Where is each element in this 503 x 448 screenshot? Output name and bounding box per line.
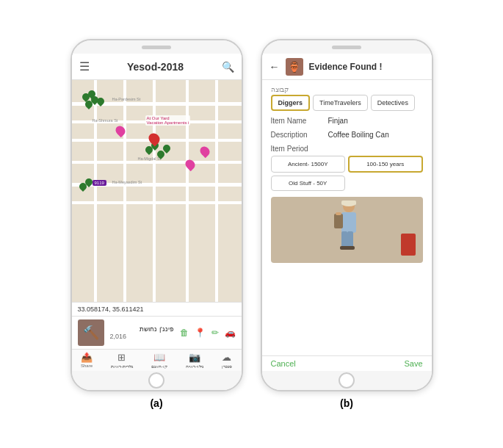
- map-badge: 9119: [93, 180, 106, 186]
- period-ancient[interactable]: Ancient- 1500Y: [271, 156, 346, 173]
- phone-top-bar-b: [262, 40, 432, 54]
- tab-group: Diggers TimeTravelers Detectives: [271, 95, 423, 111]
- evidence-title: Evidence Found !: [309, 62, 383, 72]
- group-label: קבוצה: [271, 86, 423, 93]
- tab-timetravelers[interactable]: TimeTravelers: [313, 95, 368, 111]
- nav-gallery-label: גלריית-ראיות: [111, 364, 133, 369]
- phone-speaker-a: [142, 46, 171, 49]
- tab-diggers[interactable]: Diggers: [271, 95, 311, 111]
- period-section: Item Period Ancient- 1500Y 100-150 years…: [271, 145, 423, 191]
- svg-rect-9: [346, 246, 355, 250]
- sync-icon: ☁: [222, 352, 231, 363]
- tab-detectives[interactable]: Detectives: [371, 95, 415, 111]
- road: [215, 80, 218, 302]
- nav-camera[interactable]: 📷 גילוי-ראייה: [186, 352, 203, 369]
- item-name-row: Item Name Finjan: [271, 117, 423, 125]
- item-name-value: Finjan: [328, 117, 348, 125]
- svg-rect-6: [347, 231, 353, 248]
- nav-camera-label: גילוי-ראייה: [186, 364, 203, 369]
- item-name-hebrew: פינג'ן נחושת: [110, 325, 174, 333]
- timeline-icon: 📖: [153, 352, 165, 363]
- location-icon[interactable]: 📍: [195, 328, 206, 338]
- item-thumbnail: 🔨: [78, 319, 104, 346]
- road: [123, 80, 126, 302]
- location-bar: 33.058174, 35.611421: [72, 302, 242, 316]
- app-header: ☰ Yesod-2018 🔍: [72, 54, 242, 80]
- figure-b-label: (b): [340, 397, 353, 409]
- share-icon: 📤: [81, 352, 93, 363]
- item-actions: 🗑 📍 ✏ 🚗: [180, 328, 236, 338]
- road: [153, 80, 156, 302]
- map-label: At Our YardVacation Apartments i: [145, 115, 191, 126]
- camera-icon: 📷: [189, 352, 200, 363]
- home-button-b[interactable]: [339, 372, 355, 389]
- item-info: פינג'ן נחושת 2,016: [110, 325, 174, 340]
- item-year: 2,016: [110, 333, 174, 340]
- figure-a-label: (a): [150, 397, 162, 409]
- evidence-content: קבוצה Diggers TimeTravelers Detectives I…: [262, 80, 432, 355]
- phone-bottom-bar-a: [72, 371, 242, 390]
- map-label: Ha-Meyasdim St: [112, 180, 142, 184]
- bottom-nav: 📤 Share ⊞ גלריית-ראיות 📖 קו-האגם 📷 גילוי…: [72, 349, 242, 371]
- nav-timeline[interactable]: 📖 קו-האגם: [151, 352, 167, 369]
- description-label: Description: [271, 131, 322, 139]
- gallery-icon: ⊞: [117, 352, 126, 363]
- figure-a: ☰ Yesod-2018 🔍: [70, 39, 243, 409]
- nav-timeline-label: קו-האגם: [151, 364, 167, 369]
- nav-sync[interactable]: ☁ סנכרן: [222, 352, 232, 369]
- car-icon[interactable]: 🚗: [225, 328, 236, 338]
- road: [94, 80, 97, 302]
- group-section: קבוצה Diggers TimeTravelers Detectives: [271, 86, 423, 111]
- delete-icon[interactable]: 🗑: [180, 328, 189, 338]
- phone-speaker-b: [332, 46, 361, 49]
- svg-rect-4: [334, 214, 343, 228]
- road: [186, 80, 189, 302]
- description-row: Description Coffee Boiling Can: [271, 131, 423, 139]
- figure-b: ← 🏺 Evidence Found ! קבוצה Diggers TimeT…: [261, 39, 433, 409]
- home-button-a[interactable]: [148, 372, 164, 389]
- svg-rect-7: [336, 212, 341, 215]
- nav-share[interactable]: 📤 Share: [81, 352, 93, 369]
- period-grid: Ancient- 1500Y 100-150 years Old Stuff -…: [271, 156, 423, 191]
- period-oldstuff[interactable]: Old Stuff - 50Y: [271, 176, 346, 191]
- period-100-150[interactable]: 100-150 years: [348, 156, 423, 173]
- nav-gallery[interactable]: ⊞ גלריית-ראיות: [111, 352, 133, 369]
- edit-icon[interactable]: ✏: [211, 328, 219, 338]
- phone-b: ← 🏺 Evidence Found ! קבוצה Diggers TimeT…: [261, 39, 433, 391]
- map-marker-red[interactable]: [146, 131, 162, 146]
- svg-rect-2: [341, 200, 356, 205]
- nav-sync-label: סנכרן: [222, 364, 232, 369]
- svg-rect-5: [341, 231, 347, 248]
- map-marker-pink[interactable]: [198, 145, 211, 158]
- map-area[interactable]: At Our YardVacation Apartments i Ha-Pard…: [72, 80, 242, 302]
- back-button[interactable]: ←: [269, 61, 280, 73]
- save-button[interactable]: Save: [404, 359, 422, 368]
- description-value: Coffee Boiling Can: [328, 131, 389, 139]
- item-name-label: Item Name: [271, 117, 322, 125]
- map-label: Ha-Migdal St: [138, 156, 162, 161]
- evidence-header: ← 🏺 Evidence Found !: [262, 54, 432, 80]
- item-preview: 🔨 פינג'ן נחושת 2,016 🗑 📍 ✏ 🚗: [72, 316, 242, 349]
- cancel-button[interactable]: Cancel: [271, 359, 296, 368]
- period-label: Item Period: [271, 145, 423, 153]
- phone-top-bar-a: [72, 40, 242, 54]
- evidence-photo: [271, 197, 423, 263]
- chair-decoration: [401, 234, 416, 256]
- hamburger-icon[interactable]: ☰: [79, 59, 90, 73]
- phone-a: ☰ Yesod-2018 🔍: [70, 39, 243, 391]
- phone-bottom-bar-b: [262, 371, 432, 390]
- evidence-footer: Cancel Save: [262, 355, 432, 371]
- phone-content-b: ← 🏺 Evidence Found ! קבוצה Diggers TimeT…: [262, 54, 432, 371]
- search-icon[interactable]: 🔍: [222, 61, 234, 73]
- map-label: Ha-Pardesim St: [112, 97, 141, 101]
- map-label: Ha-Shmura St: [93, 118, 118, 123]
- nav-share-label: Share: [81, 364, 93, 368]
- app-title: Yesod-2018: [127, 61, 184, 73]
- svg-rect-3: [341, 212, 356, 233]
- phone-content-a: ☰ Yesod-2018 🔍: [72, 54, 242, 371]
- person-svg: [321, 198, 372, 262]
- evidence-thumbnail: 🏺: [286, 58, 303, 76]
